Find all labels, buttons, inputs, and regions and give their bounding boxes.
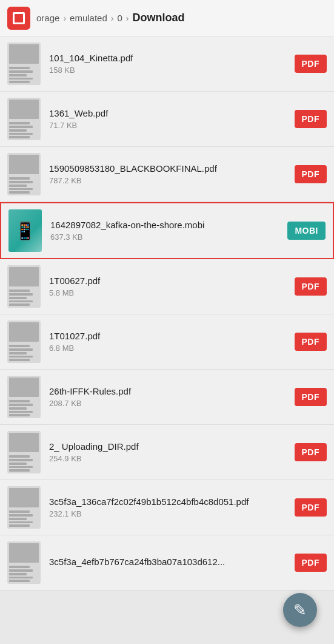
breadcrumb-sep-1: › xyxy=(63,13,66,23)
breadcrumb-download: Download xyxy=(132,12,184,24)
file-info: 26th-IFFK-Rules.pdf208.7 KB xyxy=(49,386,295,408)
file-item[interactable]: 1361_Web.pdf71.7 KBPDF xyxy=(0,92,334,147)
edit-icon: ✎ xyxy=(293,602,307,618)
file-info: 3c5f3a_136ca7f2c02f49b1b512c4bfb4c8d051.… xyxy=(49,497,295,518)
file-type-badge[interactable]: PDF xyxy=(295,443,327,461)
file-type-badge[interactable]: PDF xyxy=(295,498,327,517)
file-size: 254.9 KB xyxy=(49,454,295,463)
file-list: 101_104_Kinetta.pdf158 KBPDF1361_Web.pdf… xyxy=(0,36,334,591)
file-type-badge[interactable]: PDF xyxy=(295,388,327,406)
file-item[interactable]: 3c5f3a_4efb7b767ca24fb3ba07a103d612...PD… xyxy=(0,535,334,591)
file-item[interactable]: 101_104_Kinetta.pdf158 KBPDF xyxy=(0,36,334,92)
app-logo xyxy=(7,7,30,30)
pdf-thumbnail-inner xyxy=(7,265,41,308)
breadcrumb-0[interactable]: 0 xyxy=(117,13,122,23)
file-info: 101_104_Kinetta.pdf158 KB xyxy=(49,53,295,75)
file-name: 3c5f3a_4efb7b767ca24fb3ba07a103d612... xyxy=(49,557,295,567)
file-item[interactable]: 1590509853180_BLACKBOOKFINAL.pdf787.2 KB… xyxy=(0,147,334,202)
pdf-thumbnail-inner xyxy=(7,98,41,140)
logo-icon xyxy=(13,12,25,24)
file-name: 1T00627.pdf xyxy=(49,276,295,286)
file-name: 1642897082_kafka-on-the-shore.mobi xyxy=(50,220,287,230)
file-item[interactable]: 1T01027.pdf6.8 MBPDF xyxy=(0,314,334,370)
file-size: 6.8 MB xyxy=(49,344,295,353)
pdf-thumbnail-inner xyxy=(7,486,41,529)
file-size: 208.7 KB xyxy=(49,399,295,408)
file-thumbnail xyxy=(7,431,41,473)
file-item[interactable]: 3c5f3a_136ca7f2c02f49b1b512c4bfb4c8d051.… xyxy=(0,480,334,535)
file-type-badge[interactable]: PDF xyxy=(295,165,327,183)
file-type-badge[interactable]: PDF xyxy=(295,333,327,351)
file-name: 1590509853180_BLACKBOOKFINAL.pdf xyxy=(49,163,295,174)
file-item[interactable]: 26th-IFFK-Rules.pdf208.7 KBPDF xyxy=(0,370,334,425)
file-thumbnail xyxy=(7,541,41,584)
file-thumbnail xyxy=(7,265,41,308)
breadcrumb-emulated[interactable]: emulated xyxy=(70,13,107,23)
file-size: 787.2 KB xyxy=(49,176,295,185)
pdf-thumbnail-inner xyxy=(7,153,41,195)
file-info: 1361_Web.pdf71.7 KB xyxy=(49,108,295,130)
file-name: 1T01027.pdf xyxy=(49,331,295,341)
breadcrumb: orage › emulated › 0 › Download xyxy=(36,12,327,24)
file-thumbnail xyxy=(7,486,41,529)
pdf-thumbnail-inner xyxy=(7,320,41,363)
file-thumbnail xyxy=(7,153,41,195)
pdf-thumbnail-inner xyxy=(7,541,41,584)
header: orage › emulated › 0 › Download xyxy=(0,0,334,36)
file-info: 3c5f3a_4efb7b767ca24fb3ba07a103d612... xyxy=(49,557,295,569)
file-info: 1590509853180_BLACKBOOKFINAL.pdf787.2 KB xyxy=(49,163,295,185)
file-size: 71.7 KB xyxy=(49,121,295,130)
pdf-thumbnail-inner xyxy=(7,431,41,473)
file-type-badge[interactable]: PDF xyxy=(295,554,327,572)
file-type-badge[interactable]: PDF xyxy=(295,277,327,296)
file-item[interactable]: 📱1642897082_kafka-on-the-shore.mobi637.3… xyxy=(0,202,334,259)
fab-edit-button[interactable]: ✎ xyxy=(283,593,317,627)
file-item[interactable]: 1T00627.pdf5.8 MBPDF xyxy=(0,259,334,314)
file-name: 101_104_Kinetta.pdf xyxy=(49,53,295,63)
file-type-badge[interactable]: MOBI xyxy=(287,222,326,240)
breadcrumb-sep-3: › xyxy=(126,13,129,23)
file-name: 1361_Web.pdf xyxy=(49,108,295,118)
file-info: 1642897082_kafka-on-the-shore.mobi637.3 … xyxy=(50,220,287,242)
file-type-badge[interactable]: PDF xyxy=(295,55,327,73)
file-size: 5.8 MB xyxy=(49,288,295,297)
pdf-thumbnail-inner xyxy=(7,42,41,85)
file-thumbnail xyxy=(7,98,41,140)
pdf-thumbnail-inner xyxy=(7,376,41,418)
file-item[interactable]: 2_ Uploading_DIR.pdf254.9 KBPDF xyxy=(0,425,334,480)
file-size: 637.3 KB xyxy=(50,232,287,242)
file-name: 26th-IFFK-Rules.pdf xyxy=(49,386,295,396)
file-thumbnail xyxy=(7,376,41,418)
file-info: 2_ Uploading_DIR.pdf254.9 KB xyxy=(49,441,295,463)
breadcrumb-sep-2: › xyxy=(111,13,114,23)
file-thumbnail: 📱 xyxy=(8,209,42,252)
file-thumbnail xyxy=(7,320,41,363)
mobi-icon: 📱 xyxy=(15,221,36,241)
file-name: 2_ Uploading_DIR.pdf xyxy=(49,441,295,452)
file-size: 232.1 KB xyxy=(49,509,295,518)
file-info: 1T01027.pdf6.8 MB xyxy=(49,331,295,353)
file-name: 3c5f3a_136ca7f2c02f49b1b512c4bfb4c8d051.… xyxy=(49,497,295,507)
file-type-badge[interactable]: PDF xyxy=(295,110,327,128)
file-size: 158 KB xyxy=(49,66,295,75)
file-thumbnail xyxy=(7,42,41,85)
file-info: 1T00627.pdf5.8 MB xyxy=(49,276,295,297)
breadcrumb-storage[interactable]: orage xyxy=(36,13,59,23)
